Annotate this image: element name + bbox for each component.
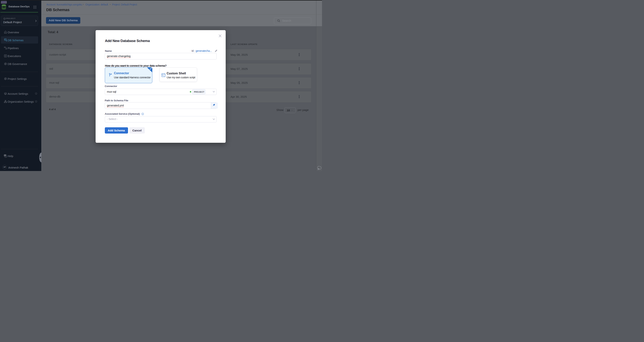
- svg-text:?: ?: [5, 155, 6, 156]
